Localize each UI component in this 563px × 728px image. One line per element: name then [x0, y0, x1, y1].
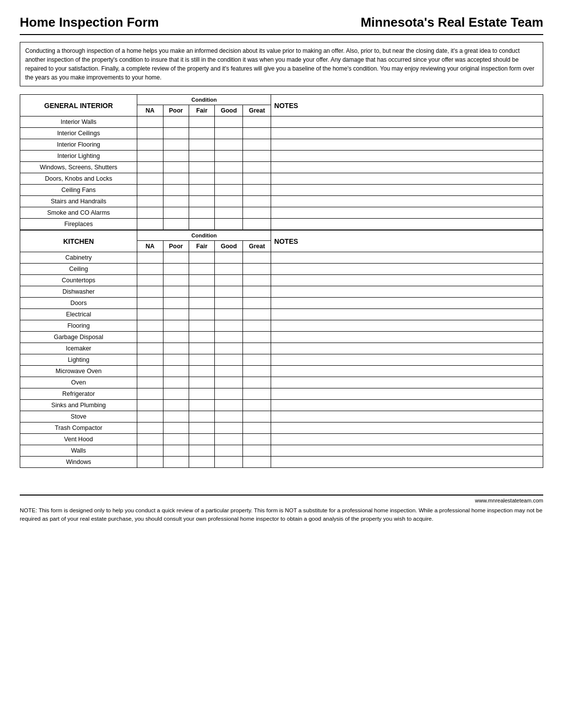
notes-cell[interactable] [271, 457, 543, 468]
notes-cell[interactable] [271, 366, 543, 377]
condition-cell[interactable] [137, 139, 163, 151]
condition-cell[interactable] [137, 377, 163, 388]
condition-cell[interactable] [243, 151, 271, 162]
condition-cell[interactable] [189, 185, 214, 196]
condition-cell[interactable] [215, 116, 243, 128]
condition-cell[interactable] [215, 207, 243, 219]
condition-cell[interactable] [163, 128, 189, 139]
condition-cell[interactable] [215, 366, 243, 377]
condition-cell[interactable] [189, 139, 214, 151]
condition-cell[interactable] [215, 298, 243, 309]
condition-cell[interactable] [163, 434, 189, 445]
notes-cell[interactable] [271, 286, 543, 298]
condition-cell[interactable] [189, 377, 214, 388]
condition-cell[interactable] [163, 207, 189, 219]
condition-cell[interactable] [215, 185, 243, 196]
notes-cell[interactable] [271, 434, 543, 445]
notes-cell[interactable] [271, 354, 543, 366]
condition-cell[interactable] [137, 320, 163, 332]
condition-cell[interactable] [243, 173, 271, 185]
condition-cell[interactable] [137, 128, 163, 139]
condition-cell[interactable] [137, 309, 163, 320]
condition-cell[interactable] [189, 320, 214, 332]
condition-cell[interactable] [215, 332, 243, 343]
condition-cell[interactable] [189, 116, 214, 128]
condition-cell[interactable] [189, 411, 214, 422]
notes-cell[interactable] [271, 388, 543, 400]
condition-cell[interactable] [243, 445, 271, 457]
condition-cell[interactable] [163, 116, 189, 128]
condition-cell[interactable] [243, 354, 271, 366]
condition-cell[interactable] [163, 457, 189, 468]
notes-cell[interactable] [271, 128, 543, 139]
condition-cell[interactable] [189, 128, 214, 139]
condition-cell[interactable] [243, 275, 271, 286]
condition-cell[interactable] [243, 298, 271, 309]
condition-cell[interactable] [137, 422, 163, 434]
condition-cell[interactable] [163, 422, 189, 434]
condition-cell[interactable] [189, 298, 214, 309]
condition-cell[interactable] [137, 264, 163, 275]
condition-cell[interactable] [215, 219, 243, 230]
condition-cell[interactable] [243, 411, 271, 422]
condition-cell[interactable] [163, 354, 189, 366]
condition-cell[interactable] [215, 320, 243, 332]
notes-cell[interactable] [271, 343, 543, 354]
condition-cell[interactable] [243, 264, 271, 275]
condition-cell[interactable] [215, 162, 243, 173]
notes-cell[interactable] [271, 264, 543, 275]
condition-cell[interactable] [215, 196, 243, 207]
condition-cell[interactable] [163, 286, 189, 298]
condition-cell[interactable] [215, 434, 243, 445]
condition-cell[interactable] [137, 162, 163, 173]
condition-cell[interactable] [137, 219, 163, 230]
notes-cell[interactable] [271, 116, 543, 128]
condition-cell[interactable] [163, 343, 189, 354]
condition-cell[interactable] [137, 298, 163, 309]
condition-cell[interactable] [137, 332, 163, 343]
condition-cell[interactable] [163, 185, 189, 196]
condition-cell[interactable] [137, 286, 163, 298]
condition-cell[interactable] [189, 445, 214, 457]
condition-cell[interactable] [189, 207, 214, 219]
notes-cell[interactable] [271, 377, 543, 388]
condition-cell[interactable] [163, 366, 189, 377]
condition-cell[interactable] [215, 422, 243, 434]
condition-cell[interactable] [137, 354, 163, 366]
condition-cell[interactable] [163, 219, 189, 230]
condition-cell[interactable] [215, 252, 243, 264]
condition-cell[interactable] [189, 264, 214, 275]
condition-cell[interactable] [163, 139, 189, 151]
condition-cell[interactable] [215, 128, 243, 139]
condition-cell[interactable] [215, 411, 243, 422]
condition-cell[interactable] [189, 332, 214, 343]
condition-cell[interactable] [243, 388, 271, 400]
condition-cell[interactable] [163, 173, 189, 185]
condition-cell[interactable] [189, 388, 214, 400]
condition-cell[interactable] [215, 139, 243, 151]
condition-cell[interactable] [243, 434, 271, 445]
condition-cell[interactable] [243, 366, 271, 377]
condition-cell[interactable] [215, 286, 243, 298]
condition-cell[interactable] [137, 388, 163, 400]
condition-cell[interactable] [189, 400, 214, 411]
notes-cell[interactable] [271, 173, 543, 185]
condition-cell[interactable] [163, 196, 189, 207]
condition-cell[interactable] [243, 320, 271, 332]
condition-cell[interactable] [189, 457, 214, 468]
condition-cell[interactable] [137, 400, 163, 411]
condition-cell[interactable] [137, 457, 163, 468]
condition-cell[interactable] [243, 196, 271, 207]
condition-cell[interactable] [189, 354, 214, 366]
condition-cell[interactable] [163, 309, 189, 320]
condition-cell[interactable] [163, 400, 189, 411]
condition-cell[interactable] [163, 388, 189, 400]
notes-cell[interactable] [271, 422, 543, 434]
condition-cell[interactable] [137, 434, 163, 445]
condition-cell[interactable] [137, 343, 163, 354]
condition-cell[interactable] [215, 275, 243, 286]
condition-cell[interactable] [189, 196, 214, 207]
condition-cell[interactable] [215, 151, 243, 162]
condition-cell[interactable] [137, 173, 163, 185]
notes-cell[interactable] [271, 219, 543, 230]
